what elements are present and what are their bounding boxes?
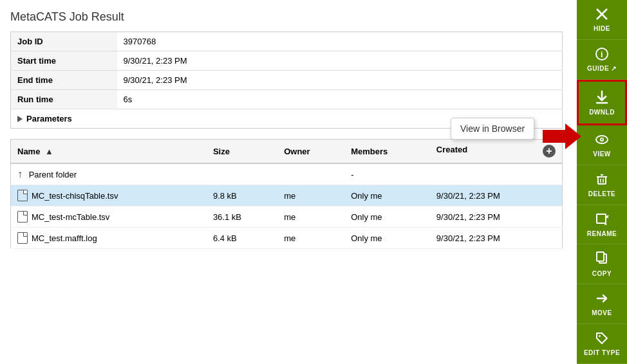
file-name-cell: MC_test-mcTable.tsv — [11, 206, 207, 228]
dwnld-label: DWNLD — [589, 109, 615, 116]
table-row[interactable]: MC_test.mafft.log 6.4 kB me Only me 9/30… — [11, 228, 563, 249]
svg-point-8 — [601, 139, 603, 140]
view-in-browser-tooltip: View in Browser — [451, 118, 534, 140]
parent-folder-cell: ↑ Parent folder — [11, 163, 207, 185]
parent-folder-label: Parent folder — [29, 170, 77, 179]
svg-marker-0 — [543, 123, 581, 149]
col-header-size: Size — [207, 140, 277, 164]
file-name-cell: MC_test.mafft.log — [11, 228, 207, 249]
file-members-cell: Only me — [344, 206, 430, 228]
file-icon — [17, 211, 28, 223]
sidebar: HIDE i GUIDE ↗ DWNLD VIE — [577, 0, 627, 364]
col-name-label: Name — [17, 147, 40, 156]
rename-label: RENAME — [587, 230, 617, 237]
hide-icon — [595, 7, 609, 24]
page-title: MetaCATS Job Result — [10, 10, 563, 24]
edit-type-label: EDIT TYPE — [584, 349, 620, 356]
parent-owner-cell — [277, 163, 344, 185]
job-info-table: Job ID 3970768 Start time 9/30/21, 2:23 … — [10, 32, 563, 129]
svg-rect-9 — [598, 177, 606, 184]
svg-point-19 — [599, 335, 601, 337]
copy-label: COPY — [592, 270, 612, 277]
tag-icon — [595, 331, 609, 348]
file-members-cell: Only me — [344, 185, 430, 206]
file-name-cell: MC_test-chisqTable.tsv — [11, 185, 207, 206]
file-icon — [17, 190, 28, 201]
move-label: MOVE — [592, 309, 612, 316]
file-created-cell: 9/30/21, 2:23 PM — [430, 228, 563, 249]
file-name-label: MC_test-chisqTable.tsv — [32, 191, 118, 201]
col-header-members: Members — [344, 140, 430, 164]
rename-button[interactable]: RENAME — [577, 205, 627, 245]
table-row[interactable]: MC_test-mcTable.tsv 36.1 kB me Only me 9… — [11, 206, 563, 228]
sort-arrow-icon: ▲ — [45, 147, 53, 156]
end-time-row: End time 9/30/21, 2:23 PM — [11, 71, 563, 90]
up-arrow-icon: ↑ — [17, 168, 23, 180]
file-owner-cell: me — [277, 185, 344, 206]
file-table-wrapper: Name ▲ Size Owner Members Created + ↑ — [10, 139, 563, 249]
col-header-name[interactable]: Name ▲ — [11, 140, 207, 164]
download-button[interactable]: DWNLD — [577, 80, 627, 125]
edit-type-button[interactable]: EDIT TYPE — [577, 324, 627, 364]
parent-size-cell — [207, 163, 277, 185]
guide-icon: i — [595, 47, 609, 64]
start-time-value: 9/30/21, 2:23 PM — [117, 51, 563, 71]
col-created-label: Created — [436, 145, 467, 154]
file-created-cell: 9/30/21, 2:23 PM — [430, 206, 563, 228]
end-time-label: End time — [11, 71, 117, 90]
job-id-value: 3970768 — [117, 32, 563, 51]
start-time-row: Start time 9/30/21, 2:23 PM — [11, 51, 563, 71]
svg-line-16 — [607, 217, 608, 218]
guide-label: GUIDE ↗ — [587, 65, 617, 72]
eye-icon — [594, 132, 610, 149]
run-time-label: Run time — [11, 90, 117, 109]
file-size-cell: 9.8 kB — [207, 185, 277, 206]
run-time-value: 6s — [117, 90, 563, 109]
copy-button[interactable]: COPY — [577, 244, 627, 284]
move-button[interactable]: MOVE — [577, 284, 627, 324]
svg-rect-18 — [597, 252, 604, 261]
hide-button[interactable]: HIDE — [577, 0, 627, 40]
file-size-cell: 36.1 kB — [207, 206, 277, 228]
job-id-row: Job ID 3970768 — [11, 32, 563, 51]
file-name-label: MC_test.mafft.log — [32, 233, 97, 243]
end-time-value: 9/30/21, 2:23 PM — [117, 71, 563, 90]
file-table: Name ▲ Size Owner Members Created + ↑ — [10, 139, 563, 249]
parent-members-cell: - — [344, 163, 430, 185]
delete-button[interactable]: DELETE — [577, 165, 627, 205]
svg-text:i: i — [601, 50, 603, 59]
svg-rect-14 — [597, 214, 606, 223]
guide-button[interactable]: i GUIDE ↗ — [577, 40, 627, 80]
view-button[interactable]: VIEW — [577, 125, 627, 165]
tooltip-arrow — [543, 123, 581, 151]
col-header-owner: Owner — [277, 140, 344, 164]
move-icon — [595, 291, 609, 308]
parent-created-cell — [430, 163, 563, 185]
hide-label: HIDE — [594, 25, 610, 32]
file-owner-cell: me — [277, 206, 344, 228]
rename-icon — [595, 212, 609, 229]
file-size-cell: 6.4 kB — [207, 228, 277, 249]
file-members-cell: Only me — [344, 228, 430, 249]
table-row[interactable]: ↑ Parent folder - — [11, 163, 563, 185]
table-header-row: Name ▲ Size Owner Members Created + — [11, 140, 563, 164]
download-icon — [594, 89, 610, 107]
file-name-label: MC_test-mcTable.tsv — [32, 212, 109, 222]
run-time-row: Run time 6s — [11, 90, 563, 109]
copy-icon — [595, 251, 609, 269]
delete-label: DELETE — [588, 190, 615, 197]
job-id-label: Job ID — [11, 32, 117, 51]
view-label: VIEW — [593, 150, 611, 158]
file-owner-cell: me — [277, 228, 344, 249]
triangle-icon — [17, 116, 23, 122]
file-icon — [17, 232, 28, 244]
parameters-label: Parameters — [26, 114, 72, 123]
trash-icon — [595, 172, 609, 189]
start-time-label: Start time — [11, 51, 117, 71]
table-row[interactable]: MC_test-chisqTable.tsv 9.8 kB me Only me… — [11, 185, 563, 206]
file-created-cell: 9/30/21, 2:23 PM — [430, 185, 563, 206]
